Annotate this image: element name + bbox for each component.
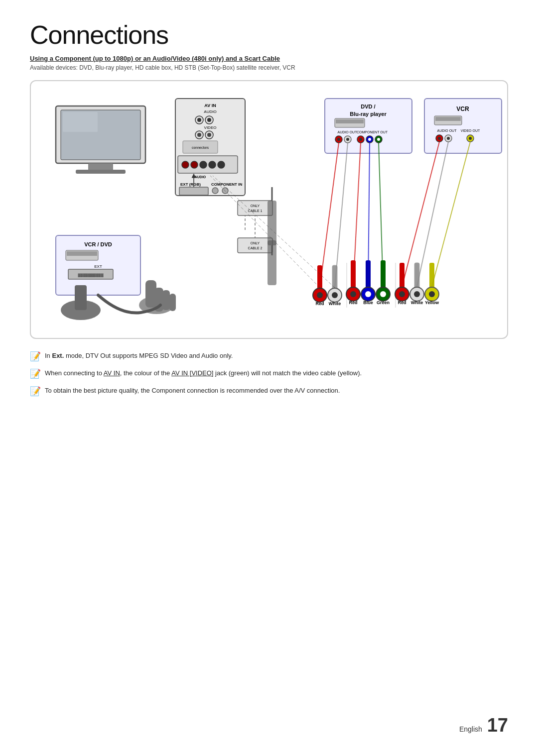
svg-point-41: [346, 138, 349, 141]
svg-text:▓▓▓▓▓▓▓▓▓▓: ▓▓▓▓▓▓▓▓▓▓: [78, 273, 104, 277]
svg-point-55: [438, 137, 441, 140]
svg-text:VCR / DVD: VCR / DVD: [84, 241, 112, 247]
svg-line-113: [335, 143, 348, 288]
svg-point-97: [380, 291, 386, 297]
note-icon-1: 📝: [30, 350, 41, 363]
svg-text:EXT: EXT: [94, 264, 102, 269]
svg-point-110: [429, 291, 435, 297]
available-devices: Available devices: DVD, Blu-ray player, …: [30, 64, 508, 71]
svg-point-80: [317, 292, 323, 298]
svg-text:CABLE 2: CABLE 2: [248, 246, 263, 250]
note-2: 📝 When connecting to AV IN, the colour o…: [30, 368, 508, 381]
svg-text:Red: Red: [315, 301, 324, 306]
notes-section: 📝 In Ext. mode, DTV Out supports MPEG SD…: [30, 351, 508, 398]
svg-text:ONLY: ONLY: [251, 241, 260, 245]
svg-rect-2: [63, 112, 98, 132]
svg-rect-72: [238, 201, 272, 216]
svg-rect-28: [179, 187, 208, 195]
svg-point-11: [207, 118, 211, 122]
svg-point-102: [399, 291, 405, 297]
svg-rect-64: [67, 251, 97, 256]
svg-point-46: [368, 138, 371, 141]
svg-text:DVD /: DVD /: [361, 104, 375, 109]
svg-rect-75: [238, 238, 272, 253]
svg-text:Blue: Blue: [363, 300, 373, 305]
svg-point-39: [337, 138, 340, 141]
svg-text:COMPONENT IN: COMPONENT IN: [211, 182, 242, 187]
note-3-text: To obtain the best picture quality, the …: [45, 386, 340, 396]
svg-point-22: [200, 161, 207, 168]
svg-point-23: [209, 161, 216, 168]
svg-rect-52: [435, 117, 461, 121]
svg-text:AUDIO: AUDIO: [195, 175, 206, 179]
page-footer: English 17: [459, 715, 508, 736]
svg-point-48: [377, 138, 380, 141]
note-1-text: In Ext. mode, DTV Out supports MPEG SD V…: [45, 351, 233, 361]
svg-rect-3: [88, 163, 113, 171]
svg-rect-36: [336, 119, 364, 123]
svg-point-9: [197, 118, 201, 122]
svg-text:Red: Red: [398, 300, 406, 305]
note-3: 📝 To obtain the best picture quality, th…: [30, 386, 508, 398]
svg-point-60: [469, 137, 472, 140]
svg-text:White: White: [411, 300, 423, 305]
svg-text:VCR: VCR: [456, 106, 469, 112]
note-1: 📝 In Ext. mode, DTV Out supports MPEG SD…: [30, 351, 508, 363]
footer-language: English: [459, 725, 482, 733]
svg-text:VIDEO: VIDEO: [204, 125, 217, 130]
svg-point-57: [447, 137, 450, 140]
svg-text:AUDIO OUT: AUDIO OUT: [437, 129, 457, 132]
note-icon-3: 📝: [30, 385, 41, 398]
svg-point-21: [191, 161, 198, 168]
svg-rect-129: [162, 290, 170, 310]
svg-text:CABLE 1: CABLE 1: [248, 209, 263, 213]
svg-point-20: [182, 161, 189, 168]
svg-point-44: [359, 138, 362, 141]
diagram-svg: AV IN AUDIO VIDEO connectors AUDIO EXT (…: [41, 91, 508, 330]
svg-text:Green: Green: [377, 300, 390, 305]
svg-text:VIDEO OUT: VIDEO OUT: [461, 129, 480, 132]
svg-text:ONLY: ONLY: [251, 204, 260, 208]
note-2-text: When connecting to AV IN, the colour of …: [45, 368, 362, 378]
svg-line-119: [432, 142, 470, 287]
svg-point-24: [218, 161, 225, 168]
svg-text:AUDIO: AUDIO: [204, 109, 216, 114]
note-icon-2: 📝: [30, 367, 41, 381]
svg-point-106: [414, 291, 420, 297]
svg-text:Red: Red: [349, 300, 357, 305]
svg-text:connectors: connectors: [192, 146, 209, 149]
svg-text:Yellow: Yellow: [425, 300, 439, 305]
svg-text:AV IN: AV IN: [204, 103, 216, 108]
page-number: 17: [487, 715, 508, 736]
svg-point-16: [207, 133, 211, 137]
svg-text:Blu-ray player: Blu-ray player: [350, 111, 387, 117]
svg-point-93: [365, 291, 371, 297]
svg-text:White: White: [329, 301, 341, 306]
page-title: Connections: [30, 20, 508, 50]
svg-text:EXT (RGB): EXT (RGB): [180, 182, 201, 187]
svg-rect-4: [76, 170, 126, 174]
svg-point-29: [212, 188, 218, 194]
svg-rect-130: [169, 294, 176, 311]
svg-text:AUDIO OUT: AUDIO OUT: [338, 130, 358, 134]
svg-point-89: [350, 291, 356, 297]
svg-rect-69: [75, 285, 87, 310]
svg-line-114: [353, 143, 361, 287]
svg-text:COMPONENT OUT: COMPONENT OUT: [357, 130, 388, 134]
svg-rect-122: [268, 201, 276, 245]
svg-point-84: [332, 292, 338, 298]
section-subtitle: Using a Component (up to 1080p) or an Au…: [30, 55, 508, 62]
svg-point-14: [197, 133, 201, 137]
connection-diagram: AV IN AUDIO VIDEO connectors AUDIO EXT (…: [30, 80, 508, 339]
